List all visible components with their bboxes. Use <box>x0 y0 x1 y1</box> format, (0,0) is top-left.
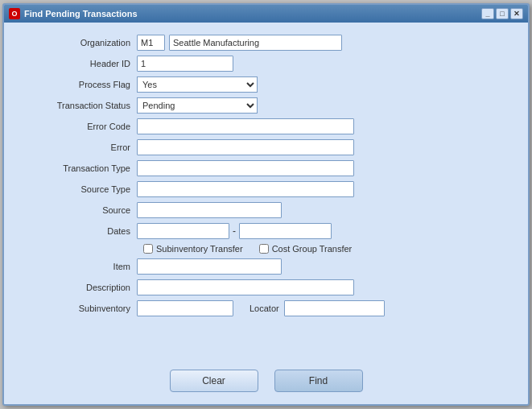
title-bar-left: O Find Pending Transactions <box>9 8 138 19</box>
transaction-type-row: Transaction Type <box>20 160 512 176</box>
header-id-input[interactable] <box>137 56 233 72</box>
error-label: Error <box>20 143 137 152</box>
source-type-input[interactable] <box>137 181 354 197</box>
subinventory-transfer-item: Subinventory Transfer <box>143 244 243 254</box>
process-flag-label: Process Flag <box>20 80 137 89</box>
dates-row: Dates - <box>20 223 512 239</box>
close-button[interactable]: ✕ <box>510 8 523 19</box>
dates-label: Dates <box>20 226 137 236</box>
cost-group-transfer-item: Cost Group Transfer <box>259 244 353 254</box>
subinventory-transfer-checkbox[interactable] <box>143 244 153 254</box>
source-label: Source <box>20 205 137 215</box>
transaction-type-label: Transaction Type <box>20 163 137 173</box>
description-row: Description <box>20 279 512 295</box>
cost-group-transfer-label: Cost Group Transfer <box>272 244 353 254</box>
subinventory-label: Subinventory <box>20 304 137 313</box>
dates-separator: - <box>233 225 236 237</box>
organization-code-input[interactable] <box>137 35 165 51</box>
header-id-row: Header ID <box>20 56 512 72</box>
subinventory-input[interactable] <box>137 300 233 316</box>
clear-button[interactable]: Clear <box>170 370 258 392</box>
minimize-button[interactable]: _ <box>481 8 494 19</box>
transaction-status-select[interactable]: Pending Complete Error All <box>137 97 258 114</box>
form-content: Organization Header ID Process Flag Yes … <box>4 23 528 361</box>
process-flag-select[interactable]: Yes No All <box>137 76 258 93</box>
organization-name-input[interactable] <box>169 35 342 51</box>
error-row: Error <box>20 139 512 155</box>
transaction-status-label: Transaction Status <box>20 101 137 110</box>
error-code-input[interactable] <box>137 118 354 134</box>
locator-input[interactable] <box>284 300 385 316</box>
find-pending-transactions-window: O Find Pending Transactions _ □ ✕ Organi… <box>2 3 530 406</box>
description-label: Description <box>20 283 137 292</box>
transaction-status-row: Transaction Status Pending Complete Erro… <box>20 97 512 114</box>
source-type-row: Source Type <box>20 181 512 197</box>
title-bar: O Find Pending Transactions _ □ ✕ <box>4 5 528 23</box>
oracle-icon: O <box>9 8 20 19</box>
cost-group-transfer-checkbox[interactable] <box>259 244 269 254</box>
error-input[interactable] <box>137 139 354 155</box>
subinventory-transfer-label: Subinventory Transfer <box>156 244 243 254</box>
organization-label: Organization <box>20 38 137 48</box>
organization-row: Organization <box>20 35 512 51</box>
find-button[interactable]: Find <box>274 370 363 392</box>
source-row: Source <box>20 202 512 218</box>
dates-inputs: - <box>137 223 332 239</box>
title-controls[interactable]: _ □ ✕ <box>481 8 523 19</box>
process-flag-row: Process Flag Yes No All <box>20 76 512 93</box>
org-inputs <box>137 35 342 51</box>
error-code-label: Error Code <box>20 122 137 131</box>
item-row: Item <box>20 258 512 275</box>
item-label: Item <box>20 262 137 271</box>
dates-from-input[interactable] <box>137 223 229 239</box>
error-code-row: Error Code <box>20 118 512 134</box>
restore-button[interactable]: □ <box>496 8 509 19</box>
locator-label: Locator <box>250 304 279 313</box>
checkbox-row: Subinventory Transfer Cost Group Transfe… <box>143 244 512 254</box>
header-id-label: Header ID <box>20 59 137 68</box>
form-footer: Clear Find <box>4 361 528 404</box>
dates-to-input[interactable] <box>239 223 332 239</box>
item-input[interactable] <box>137 258 282 275</box>
source-input[interactable] <box>137 202 282 218</box>
transaction-type-input[interactable] <box>137 160 354 176</box>
subinventory-locator-row: Subinventory Locator <box>20 300 512 316</box>
description-input[interactable] <box>137 279 354 295</box>
source-type-label: Source Type <box>20 184 137 194</box>
window-title: Find Pending Transactions <box>24 9 138 19</box>
